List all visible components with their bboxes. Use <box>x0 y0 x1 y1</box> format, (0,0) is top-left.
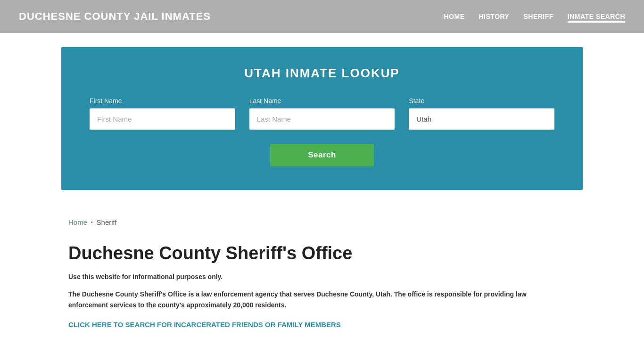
cta-search-link[interactable]: CLICK HERE to Search for Incarcerated Fr… <box>68 321 341 329</box>
search-button[interactable]: Search <box>270 144 374 166</box>
search-panel: UTAH INMATE LOOKUP First Name Last Name … <box>61 47 583 190</box>
main-content: Home • Sheriff Duchesne County Sheriff's… <box>0 204 644 348</box>
first-name-input[interactable] <box>90 108 235 130</box>
nav-item-sheriff[interactable]: SHERIFF <box>523 11 553 22</box>
breadcrumb: Home • Sheriff <box>68 218 576 226</box>
site-title: DUCHESNE COUNTY JAIL INMATES <box>19 10 211 23</box>
page-subtitle: Use this website for informational purpo… <box>68 273 576 280</box>
nav-item-history[interactable]: HISTORY <box>479 11 510 22</box>
state-input[interactable] <box>409 108 554 130</box>
nav-item-inmate-search[interactable]: INMATE SEARCH <box>568 11 625 23</box>
page-title: Duchesne County Sheriff's Office <box>68 243 576 264</box>
breadcrumb-home[interactable]: Home <box>68 218 87 226</box>
search-btn-row: Search <box>90 144 554 166</box>
main-nav: HOME HISTORY SHERIFF INMATE SEARCH <box>444 11 626 23</box>
breadcrumb-separator: • <box>91 220 93 225</box>
search-panel-title: UTAH INMATE LOOKUP <box>90 66 554 81</box>
form-row: First Name Last Name State <box>90 97 554 130</box>
nav-item-home[interactable]: HOME <box>444 11 465 22</box>
last-name-input[interactable] <box>249 108 395 130</box>
first-name-label: First Name <box>90 97 235 105</box>
site-header: DUCHESNE COUNTY JAIL INMATES HOME HISTOR… <box>0 0 644 33</box>
page-description: The Duchesne County Sheriff's Office is … <box>68 289 563 312</box>
last-name-label: Last Name <box>249 97 395 105</box>
last-name-group: Last Name <box>249 97 395 130</box>
first-name-group: First Name <box>90 97 235 130</box>
state-group: State <box>409 97 554 130</box>
breadcrumb-current: Sheriff <box>97 218 117 226</box>
state-label: State <box>409 97 554 105</box>
